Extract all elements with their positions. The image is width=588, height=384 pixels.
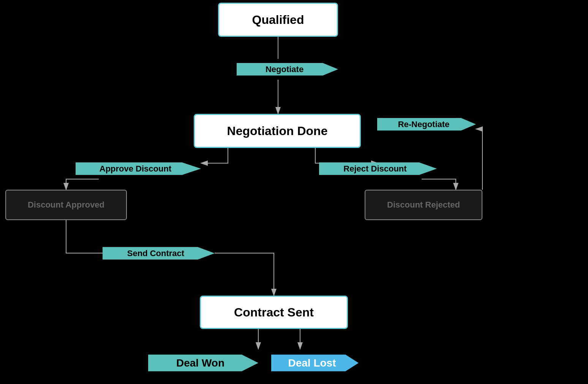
deal-lost-node: Deal Lost [271, 349, 359, 377]
negotiation-done-node: Negotiation Done [194, 114, 361, 148]
send-contract-node: Send Contract [103, 243, 215, 264]
contract-sent-node: Contract Sent [200, 296, 348, 329]
negotiate-node: Negotiate [237, 59, 338, 80]
qualified-node: Qualified [218, 3, 338, 37]
reject-discount-node: Reject Discount [319, 158, 437, 179]
flowchart-diagram: Qualified Negotiate Negotiation Done Re-… [0, 0, 588, 384]
approve-discount-node: Approve Discount [76, 158, 201, 179]
deal-won-node: Deal Won [148, 349, 258, 377]
discount-rejected-node: Discount Rejected [365, 190, 482, 220]
re-negotiate-node: Re-Negotiate [377, 114, 476, 135]
discount-approved-node: Discount Approved [5, 190, 127, 220]
